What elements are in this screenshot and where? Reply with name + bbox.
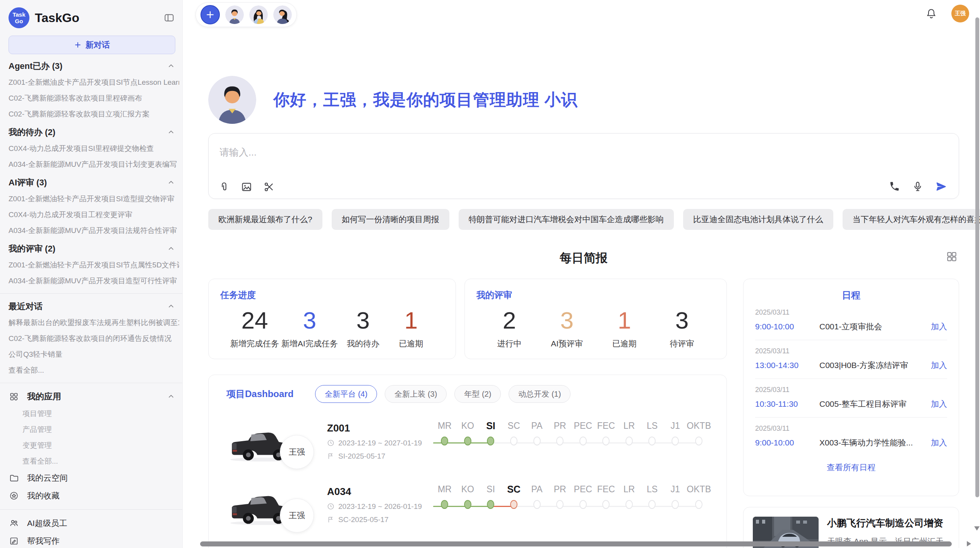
join-button[interactable]: 加入 [931,360,947,371]
app-item-project-mgmt[interactable]: 项目管理 [22,406,179,421]
scroll-right-arrow[interactable] [967,541,974,546]
divider [0,509,182,510]
divider [0,383,182,383]
schedule-name: C005-整车工程目标评审 [819,399,931,409]
sidebar-item-cloud-space[interactable]: 我的云空间 [9,469,175,487]
list-item[interactable]: A034-全新新能源MUV产品开发项目计划变更表编写 [9,156,179,172]
milestone-label: J1 [664,419,687,433]
project-row-z001[interactable]: 王强 Z001 2023-12-19 ~ 2027-01-19 SI-2025-… [226,416,711,466]
milestone-dot [441,500,448,509]
join-button[interactable]: 加入 [931,437,947,448]
list-item[interactable]: C02-飞腾新能源轻客改款项目立项汇报方案 [9,106,179,122]
milestone-dot [510,500,517,509]
section-recent-chats[interactable]: 最近对话 [9,298,175,315]
milestone-dot [602,500,610,509]
chevron-up-icon[interactable] [167,178,175,187]
section-my-apps[interactable]: 我的应用 [9,388,175,406]
join-button[interactable]: 加入 [931,399,947,409]
send-icon[interactable] [935,181,947,192]
view-all-apps[interactable]: 查看全部... [22,453,179,469]
section-title: Agent已办 (3) [9,60,62,72]
clock-icon [327,439,334,447]
list-item[interactable]: C0X4-动力总成开发项目SI里程碑提交物检查 [9,140,179,156]
sidebar-item-help-write[interactable]: 帮我写作 [9,532,175,548]
view-all-chats[interactable]: 查看全部... [9,362,179,378]
chevron-up-icon[interactable] [167,392,175,401]
suggestion-chip[interactable]: 如何写一份清晰的项目周报 [332,209,449,230]
horizontal-scrollbar-thumb[interactable] [200,541,952,546]
list-item[interactable]: C02-飞腾新能源轻客改款项目的闭环通告反馈情况 [9,331,179,346]
scissors-icon[interactable] [264,182,274,192]
list-item[interactable]: A034-全新新能源MUV产品开发项目法规符合性评审 [9,223,179,238]
chat-input-card[interactable] [208,133,959,199]
scroll-down-arrow[interactable] [974,526,980,533]
milestone-dot [672,500,679,509]
join-button[interactable]: 加入 [931,321,947,332]
microphone-icon[interactable] [912,181,923,192]
milestone-label: PEC [571,482,595,496]
sidebar-toggle-icon[interactable] [164,12,175,23]
schedule-title: 日程 [755,289,947,301]
phone-icon[interactable] [889,181,900,192]
view-all-schedule-link[interactable]: 查看所有日程 [755,462,947,473]
notification-bell-icon[interactable] [926,8,937,19]
chevron-up-icon[interactable] [167,302,175,311]
agent-avatar[interactable] [249,5,268,24]
suggestion-chip[interactable]: 特朗普可能对进口汽车增税会对中国车企造成哪些影响 [459,209,674,230]
milestone-fec: FEC [595,419,618,464]
chevron-up-icon[interactable] [167,128,175,137]
list-item[interactable]: Z001-全新燃油轻卡产品开发项目SI节点属性5D文件评审 [9,257,179,273]
section-my-review[interactable]: 我的评审 (2) [9,241,175,257]
list-item[interactable]: 公司Q3轻卡销量 [9,346,179,362]
milestone-fec: FEC [595,482,618,527]
list-item[interactable]: A034-全新新能源MUV产品开发项目造型可行性评审 [9,273,179,289]
section-ai-review[interactable]: AI评审 (3) [9,175,175,191]
app-item-change-mgmt[interactable]: 变更管理 [22,437,179,453]
list-item[interactable]: C0X4-动力总成开发项目工程变更评审 [9,207,179,223]
sidebar-item-favorites[interactable]: 我的收藏 [9,487,175,505]
milestone-label: MR [433,482,456,496]
tab-new-body[interactable]: 全新上装 (3) [385,385,447,403]
suggestion-chip[interactable]: 比亚迪全固态电池计划具体说了什么 [683,209,833,230]
milestone-pr: PR [548,482,572,527]
chevron-up-icon[interactable] [167,245,175,253]
milestone-label: PR [548,482,572,496]
user-avatar[interactable]: 王强 [951,5,969,22]
suggestion-chip[interactable]: 欧洲新规最近颁布了什么? [208,209,322,230]
image-icon[interactable] [241,182,252,192]
sidebar: Task Go TaskGo 新对话 Agent已办 (3) Z001-全新燃油… [0,0,183,548]
layout-grid-icon[interactable] [946,251,958,262]
date-range: 2023-12-19 ~ 2026-01-19 [338,502,422,511]
vertical-scrollbar-thumb[interactable] [975,17,979,497]
suggestion-chip[interactable]: 当下年轻人对汽车外观有怎样的喜好趋势 [843,209,980,230]
list-item[interactable]: 解释最新出台的欧盟报废车法规再生塑料比例被调至15%... [9,315,179,331]
chevron-up-icon[interactable] [167,62,175,70]
milestone-label: KO [456,482,480,496]
section-agent-done[interactable]: Agent已办 (3) [9,58,175,74]
tab-powertrain[interactable]: 动总开发 (1) [509,385,571,403]
project-row-a034[interactable]: 王强 A034 2023-12-19 ~ 2026-01-19 SC-2025-… [226,480,711,530]
milestone-pa: PA [525,482,548,527]
plus-icon [205,10,215,20]
add-agent-button[interactable] [200,5,220,24]
sidebar-item-label: 我的云空间 [27,473,68,483]
section-title: AI评审 (3) [9,177,47,188]
chat-input[interactable] [219,147,948,158]
list-item[interactable]: Z001-全新燃油轻卡产品开发项目SI造型提交物评审 [9,191,179,207]
tab-model-year[interactable]: 年型 (2) [454,385,501,403]
paperclip-icon[interactable] [219,182,230,192]
schedule-card: 日程 2025/03/11 9:00-10:00 C001-立项审批会 加入 2… [743,279,959,496]
list-item[interactable]: C02-飞腾新能源轻客改款项目里程碑画布 [9,90,179,106]
tab-new-platform[interactable]: 全新平台 (4) [315,385,377,403]
milestone-label: PR [548,419,572,433]
section-my-todo[interactable]: 我的待办 (2) [9,124,175,140]
sidebar-item-ai-employee[interactable]: AI超级员工 [9,514,175,532]
schedule-item: 2025/03/11 10:30-11:30 C005-整车工程目标评审 加入 [755,379,947,418]
milestone-label: PA [525,419,548,433]
agent-avatar[interactable] [225,5,244,24]
new-chat-button[interactable]: 新对话 [9,36,175,54]
app-item-product-mgmt[interactable]: 产品管理 [22,421,179,437]
list-item[interactable]: Z001-全新燃油皮卡产品开发项目SI节点Lesson Learn报告 [9,74,179,90]
agent-avatar[interactable] [273,5,292,24]
milestone-oktb: OKTB [687,419,711,464]
